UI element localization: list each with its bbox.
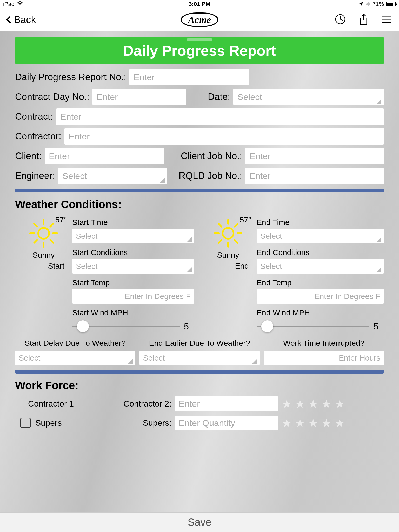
end-wind-value: 5 [374, 321, 384, 331]
page-title-banner: Daily Progress Report [15, 37, 384, 64]
start-time-select[interactable]: Select [72, 229, 194, 243]
early-label: End Earlier Due To Weather? [149, 339, 250, 348]
supers-rating[interactable]: ★★★★★ [282, 416, 384, 430]
star-icon: ★ [282, 397, 292, 410]
battery-percent: 71% [373, 1, 384, 8]
engineer-label: Engineer: [15, 170, 55, 181]
workforce-title: Work Force: [15, 379, 384, 392]
status-time: 3:01 PM [134, 1, 265, 8]
battery-icon [386, 2, 396, 6]
drag-handle[interactable] [187, 38, 212, 41]
date-select[interactable]: Select [233, 89, 384, 105]
save-button[interactable]: Save [0, 512, 399, 532]
end-cond-select[interactable]: Select [257, 259, 384, 274]
contractor-rating[interactable]: ★★★★★ [282, 397, 384, 410]
report-no-label: Daily Progress Report No.: [15, 72, 126, 83]
sun-icon [29, 219, 58, 248]
interrupted-input[interactable] [264, 351, 384, 365]
start-wind-slider[interactable] [72, 326, 180, 327]
start-wind-label: Start Wind MPH [72, 308, 194, 317]
star-icon: ★ [282, 416, 292, 430]
supers1-label: Supers [35, 418, 62, 428]
contractor2-label: Contractor 2: [107, 399, 171, 409]
end-temp-label: End Temp [257, 278, 384, 287]
end-time-select[interactable]: Select [257, 229, 384, 243]
contract-day-label: Contract Day No.: [15, 91, 89, 102]
start-cond-select[interactable]: Select [72, 259, 194, 274]
report-no-input[interactable] [129, 69, 249, 85]
star-icon: ★ [295, 416, 305, 430]
bluetooth-icon: ✱ [366, 1, 370, 8]
end-temp-input[interactable] [257, 289, 384, 304]
delay-label: Start Delay Due To Weather? [25, 339, 126, 348]
end-cond-label: End Conditions [257, 248, 384, 257]
section-divider [15, 189, 384, 192]
supers-checkbox[interactable] [20, 418, 31, 428]
weather-title: Weather Conditions: [15, 198, 384, 211]
contractor1-label: Contractor 1 [15, 399, 103, 409]
wifi-icon [17, 1, 23, 8]
device-label: iPad [3, 1, 15, 8]
contractor-label: Contractor: [15, 131, 61, 142]
start-cond-label: Start Conditions [72, 248, 194, 257]
contractor2-input[interactable] [175, 396, 278, 411]
end-period-label: End [235, 262, 249, 270]
start-wind-value: 5 [184, 321, 194, 331]
client-label: Client: [15, 151, 42, 162]
star-icon: ★ [321, 397, 331, 410]
engineer-select[interactable]: Select [58, 168, 167, 184]
rqld-job-label: RQLD Job No.: [179, 170, 242, 181]
star-icon: ★ [295, 397, 305, 410]
history-icon[interactable] [335, 14, 346, 26]
client-input[interactable] [45, 148, 164, 164]
start-temp-label: Start Temp [72, 278, 194, 287]
star-icon: ★ [335, 416, 345, 430]
star-icon: ★ [321, 416, 331, 430]
contractor-input[interactable] [64, 128, 384, 145]
interrupted-label: Work Time Interrupted? [283, 339, 364, 348]
client-job-label: Client Job No.: [181, 151, 242, 162]
date-label: Date: [208, 91, 230, 102]
sun-icon [214, 219, 242, 248]
end-time-label: End Time [257, 218, 384, 227]
save-label: Save [188, 516, 211, 528]
share-icon[interactable] [358, 13, 369, 26]
end-wind-label: End Wind MPH [257, 308, 384, 317]
star-icon: ★ [308, 397, 318, 410]
status-bar: iPad 3:01 PM ✱ 71% [0, 0, 399, 8]
star-icon: ★ [335, 397, 345, 410]
client-job-input[interactable] [245, 148, 384, 164]
section-divider [15, 370, 384, 374]
supers2-label: Supers: [107, 418, 171, 428]
chevron-left-icon [6, 16, 14, 23]
start-time-label: Start Time [72, 218, 194, 227]
menu-icon[interactable] [381, 15, 392, 24]
delay-select[interactable]: Select [15, 351, 135, 365]
supers2-input[interactable] [175, 416, 278, 430]
start-cond-display: Sunny [32, 251, 55, 260]
early-select[interactable]: Select [139, 351, 260, 365]
back-button[interactable]: Back [7, 14, 36, 25]
nav-bar: Back Acme [0, 8, 399, 31]
back-label: Back [14, 14, 36, 25]
app-logo: Acme [181, 12, 218, 27]
start-period-label: Start [48, 262, 64, 270]
star-icon: ★ [308, 416, 318, 430]
content-area: Daily Progress Report Daily Progress Rep… [0, 31, 399, 512]
contract-day-input[interactable] [92, 89, 186, 105]
end-cond-display: Sunny [217, 251, 239, 260]
rqld-job-input[interactable] [245, 168, 384, 184]
location-icon [359, 1, 364, 8]
contract-input[interactable] [56, 108, 384, 125]
page-title: Daily Progress Report [123, 42, 276, 59]
contract-label: Contract: [15, 111, 53, 122]
end-wind-slider[interactable] [257, 326, 369, 327]
start-temp-input[interactable] [72, 289, 194, 304]
